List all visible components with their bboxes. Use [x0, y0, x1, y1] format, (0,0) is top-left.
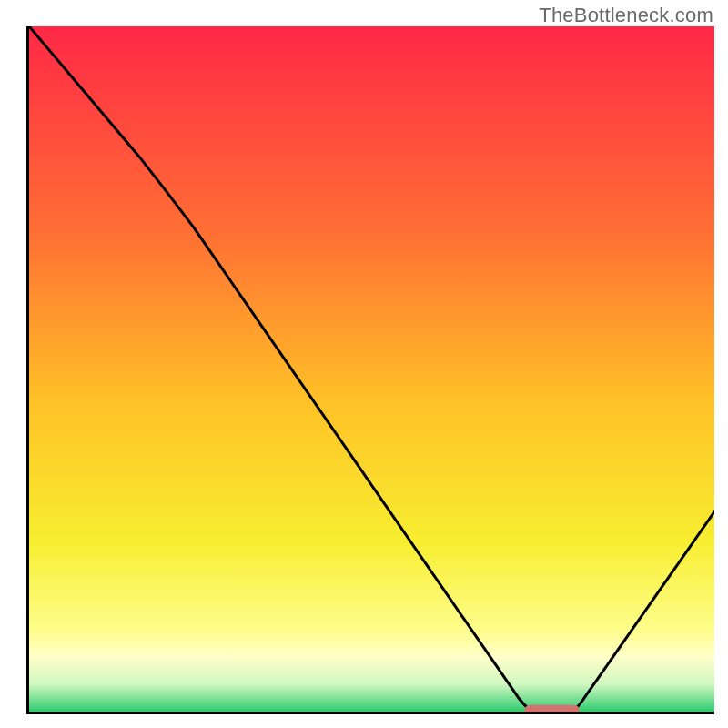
- chart-container: TheBottleneck.com: [0, 0, 728, 728]
- curve-layer: [29, 26, 714, 714]
- plot-area: [26, 26, 714, 714]
- attribution-text: TheBottleneck.com: [539, 4, 713, 27]
- bottleneck-curve: [29, 26, 714, 714]
- optimal-range-marker: [524, 705, 579, 714]
